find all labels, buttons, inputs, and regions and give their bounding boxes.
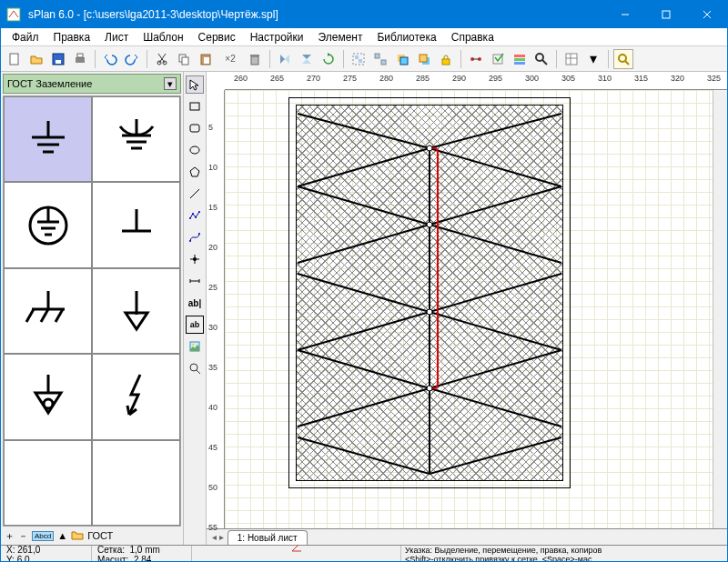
close-button[interactable] — [686, 1, 727, 28]
tool-rect-icon[interactable] — [186, 97, 204, 115]
undo-icon[interactable] — [100, 49, 120, 69]
send-back-icon[interactable] — [414, 49, 434, 69]
menu-file[interactable]: Файл — [5, 29, 46, 45]
tool-bezier-icon[interactable] — [186, 228, 204, 246]
tool-polygon-icon[interactable] — [186, 163, 204, 181]
symbol-ground-circle[interactable] — [4, 182, 92, 267]
minus-icon[interactable]: － — [18, 529, 28, 543]
tool-bitmap-icon[interactable] — [186, 337, 204, 356]
svg-point-72 — [192, 213, 194, 215]
vars-icon[interactable] — [561, 49, 581, 69]
sheet-tab-label: 1: Новый лист — [238, 533, 298, 543]
svg-point-75 — [189, 240, 191, 242]
library-selector-arrow-icon[interactable]: ▾ — [164, 77, 177, 90]
maximize-button[interactable] — [645, 1, 686, 28]
menu-help[interactable]: Справка — [444, 29, 501, 45]
symbol-empty[interactable] — [4, 440, 92, 526]
group-icon[interactable] — [349, 49, 369, 69]
tool-circle-icon[interactable] — [186, 141, 204, 159]
canvas-wrap: 260 265 270 275 280 285 290 295 300 305 … — [207, 72, 727, 545]
svg-line-87 — [298, 148, 430, 186]
library-selector[interactable]: ГОСТ Заземление ▾ — [3, 74, 181, 94]
symbol-ground-earth[interactable] — [4, 96, 92, 182]
menu-edit[interactable]: Правка — [46, 29, 98, 45]
save-icon[interactable] — [48, 49, 68, 69]
folder-icon[interactable] — [71, 529, 84, 542]
symbol-empty[interactable] — [92, 440, 180, 526]
up-icon[interactable]: ▲ — [57, 530, 67, 541]
status-hint: Указка: Выделение, перемещение, правка, … — [401, 546, 727, 562]
symbol-lightning[interactable] — [92, 354, 180, 439]
zoom-fit-icon[interactable] — [613, 49, 633, 69]
mirror-h-icon[interactable] — [275, 49, 295, 69]
tool-pointer-icon[interactable] — [186, 75, 204, 94]
svg-point-66 — [44, 399, 53, 408]
status-grid: Сетка: 1,0 mm Масшт: 2,84 — [92, 546, 192, 562]
duplicate-icon[interactable]: ×2 — [217, 49, 243, 69]
sheet-tab[interactable]: 1: Новый лист — [228, 530, 308, 545]
menu-settings[interactable]: Настройки — [243, 29, 311, 45]
svg-rect-34 — [514, 55, 525, 57]
chevron-down-icon[interactable]: ▾ — [583, 49, 603, 69]
redo-icon[interactable] — [122, 49, 142, 69]
paste-icon[interactable] — [196, 49, 216, 69]
copy-icon[interactable] — [174, 49, 194, 69]
ruler-label: 265 — [270, 74, 284, 83]
menu-sheet[interactable]: Лист — [97, 29, 136, 45]
check-icon[interactable] — [488, 49, 508, 69]
statusbar: X: 261,0 Y: 6,0 Сетка: 1,0 mm Масшт: 2,8… — [1, 545, 727, 562]
ungroup-icon[interactable] — [370, 49, 390, 69]
bring-front-icon[interactable] — [392, 49, 412, 69]
search-icon[interactable] — [531, 49, 551, 69]
symbol-ground-simple[interactable] — [92, 182, 180, 267]
tool-line-icon[interactable] — [186, 185, 204, 203]
node-icon[interactable] — [427, 146, 433, 152]
node-icon[interactable] — [427, 222, 433, 228]
status-angle[interactable]: ∡ 45° — [279, 559, 312, 563]
mirror-v-icon[interactable] — [297, 49, 317, 69]
ruler-label: 50 — [208, 483, 217, 492]
plus-icon[interactable]: ＋ — [5, 529, 15, 543]
scrollbar-vertical[interactable] — [713, 90, 727, 528]
svg-rect-5 — [10, 54, 18, 65]
tool-text-icon[interactable]: ab| — [186, 294, 204, 312]
abcd-icon[interactable]: Abcd — [32, 531, 54, 541]
tool-zoom-icon[interactable] — [186, 359, 204, 377]
styles-icon[interactable] — [510, 49, 530, 69]
menu-library[interactable]: Библиотека — [369, 29, 443, 45]
ruler-label: 15 — [208, 203, 217, 212]
svg-point-82 — [192, 344, 194, 346]
svg-rect-22 — [359, 59, 362, 63]
symbol-arrow-down[interactable] — [92, 268, 180, 354]
ruler-label: 320 — [671, 74, 684, 83]
lock-icon[interactable] — [436, 49, 456, 69]
delete-icon[interactable] — [245, 49, 265, 69]
menu-service[interactable]: Сервис — [191, 29, 243, 45]
ruler-label: 310 — [598, 74, 612, 83]
tool-node-icon[interactable] — [186, 250, 204, 268]
tool-dimension-icon[interactable] — [186, 272, 204, 290]
svg-rect-39 — [566, 54, 577, 65]
tab-nav-icon[interactable]: ◂ ▸ — [212, 532, 228, 542]
node-icon[interactable] — [427, 386, 433, 392]
menu-element[interactable]: Элемент — [311, 29, 370, 45]
svg-line-102 — [430, 437, 561, 474]
symbol-ground-chassis[interactable] — [4, 268, 92, 354]
cut-icon[interactable] — [152, 49, 172, 69]
tool-textframe-icon[interactable]: ab — [186, 316, 204, 334]
minimize-button[interactable] — [604, 1, 645, 28]
tool-polyline-icon[interactable] — [186, 206, 204, 225]
svg-rect-28 — [420, 55, 427, 62]
svg-line-70 — [190, 189, 199, 198]
rotate-icon[interactable] — [318, 49, 339, 69]
symbol-ground-func[interactable] — [92, 96, 180, 182]
menu-template[interactable]: Шаблон — [136, 29, 190, 45]
node-icon[interactable] — [427, 309, 433, 316]
canvas[interactable] — [225, 90, 713, 528]
open-file-icon[interactable] — [26, 49, 46, 69]
connections-icon[interactable] — [466, 49, 486, 69]
symbol-ground-round[interactable] — [4, 354, 92, 439]
print-icon[interactable] — [70, 49, 90, 69]
new-file-icon[interactable] — [5, 49, 25, 69]
tool-roundrect-icon[interactable] — [186, 119, 204, 137]
